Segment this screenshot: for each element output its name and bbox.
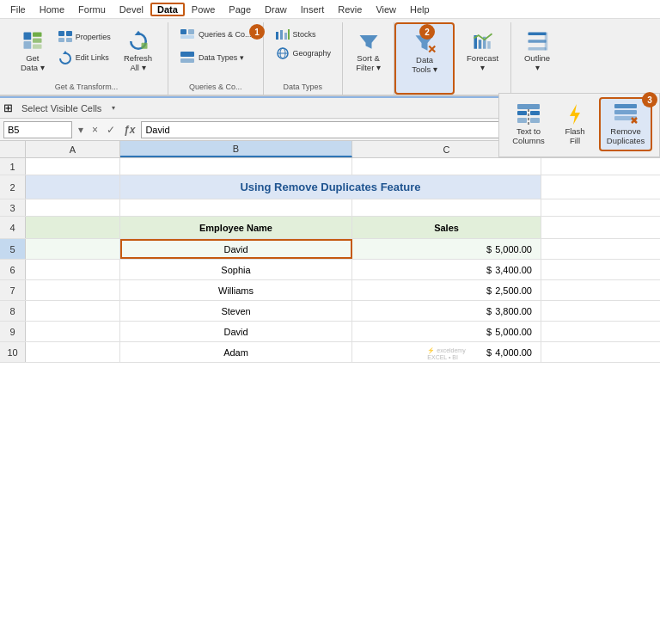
- outline-button[interactable]: Outline▾: [519, 26, 555, 77]
- forecast-button[interactable]: Forecast▾: [461, 26, 504, 77]
- sales-10: 4,000.00: [495, 347, 532, 358]
- cell-a8[interactable]: [26, 301, 120, 321]
- cell-b8-name[interactable]: Steven: [120, 301, 352, 321]
- cell-a10[interactable]: [26, 342, 120, 362]
- row-num-6: 6: [0, 260, 26, 279]
- menu-draw[interactable]: Draw: [258, 3, 294, 16]
- svg-rect-8: [66, 38, 72, 42]
- menu-formula[interactable]: Formu: [71, 3, 113, 16]
- cell-c9-sales[interactable]: $ 5,000.00: [352, 322, 541, 341]
- sales-8: 3,800.00: [495, 306, 532, 316]
- badge-2: 2: [419, 24, 435, 40]
- col-header-b[interactable]: B: [120, 141, 352, 157]
- menu-developer[interactable]: Devel: [113, 3, 150, 16]
- svg-rect-37: [517, 118, 527, 123]
- flash-fill-button[interactable]: FlashFill: [556, 99, 594, 150]
- badge-1: 1: [249, 24, 265, 40]
- cell-b7-name[interactable]: Williams: [120, 280, 352, 300]
- menu-page[interactable]: Page: [222, 3, 258, 16]
- get-data-button[interactable]: GetData ▾: [15, 26, 50, 77]
- svg-rect-20: [288, 29, 290, 40]
- cell-c7-sales[interactable]: $ 2,500.00: [352, 280, 541, 300]
- geography-icon: [275, 47, 290, 59]
- ribbon-group-data-types: Stocks Geography Data Types: [264, 22, 344, 95]
- cell-ref-dropdown[interactable]: ▾: [76, 124, 86, 136]
- formula-function-icon[interactable]: ƒx: [121, 124, 138, 136]
- col-header-a[interactable]: A: [26, 141, 120, 157]
- ribbon-group-forecast: Forecast▾: [455, 22, 511, 95]
- select-visible-cells-label[interactable]: Select Visible Cells: [18, 101, 105, 115]
- svg-rect-12: [180, 29, 186, 34]
- cell-b1[interactable]: [120, 158, 352, 175]
- cell-a5[interactable]: [26, 239, 120, 259]
- stocks-button[interactable]: Stocks: [271, 26, 321, 43]
- refresh-all-button[interactable]: RefreshAll ▾: [119, 26, 157, 77]
- cell-b9-name[interactable]: David: [120, 322, 352, 341]
- cell-b5-name[interactable]: David: [120, 239, 352, 259]
- data-types-btn[interactable]: Data Types ▾: [175, 48, 256, 67]
- formula-cancel-icon[interactable]: ×: [89, 124, 101, 136]
- cell-reference-box[interactable]: B5: [3, 121, 72, 138]
- cell-c1[interactable]: [352, 158, 541, 175]
- dollar-8: $: [486, 306, 492, 316]
- menu-data[interactable]: Data: [150, 3, 185, 16]
- menu-insert[interactable]: Insert: [294, 3, 332, 16]
- cell-c5-sales[interactable]: $ 5,000.00: [352, 239, 541, 259]
- queries-workbook-icon: [180, 28, 195, 40]
- table-row: 9 David $ 5,000.00: [0, 322, 660, 342]
- menu-power[interactable]: Powe: [185, 3, 223, 16]
- watermark: ⚡ exceldemyEXCEL • BI: [427, 347, 465, 360]
- svg-rect-36: [530, 111, 540, 115]
- sort-filter-button[interactable]: Sort &Filter ▾: [351, 26, 387, 77]
- cell-c3[interactable]: [352, 199, 541, 216]
- cell-b3[interactable]: [120, 199, 352, 216]
- cell-b6-name[interactable]: Sophia: [120, 260, 352, 279]
- data-types-group-label: Data Types: [284, 79, 322, 91]
- stocks-icon: [275, 28, 290, 40]
- cell-b10-name[interactable]: Adam: [120, 342, 352, 362]
- cell-a2[interactable]: [26, 175, 120, 199]
- svg-rect-7: [66, 31, 72, 36]
- formula-confirm-icon[interactable]: ✓: [104, 124, 118, 136]
- cell-a4[interactable]: [26, 217, 120, 238]
- menu-home[interactable]: Home: [33, 3, 71, 16]
- text-to-columns-label: Text toColumns: [512, 126, 545, 146]
- svg-rect-35: [517, 111, 527, 115]
- svg-rect-18: [280, 30, 283, 40]
- cell-a6[interactable]: [26, 260, 120, 279]
- svg-rect-13: [188, 29, 194, 34]
- dollar-5: $: [486, 244, 492, 255]
- table-row: 1: [0, 158, 660, 175]
- cell-c4-header[interactable]: Sales: [352, 217, 541, 238]
- text-to-columns-icon: [516, 102, 541, 126]
- cell-c8-sales[interactable]: $ 3,800.00: [352, 301, 541, 321]
- menu-view[interactable]: View: [369, 3, 403, 16]
- remove-duplicates-button[interactable]: RemoveDuplicates: [601, 99, 651, 150]
- svg-rect-11: [141, 43, 147, 49]
- cell-c6-sales[interactable]: $ 3,400.00: [352, 260, 541, 279]
- data-tools-label: DataTools ▾: [412, 55, 437, 75]
- geography-button[interactable]: Geography: [271, 45, 336, 62]
- menu-help[interactable]: Help: [403, 3, 437, 16]
- cell-a7[interactable]: [26, 280, 120, 300]
- cell-a9[interactable]: [26, 322, 120, 341]
- cell-b4-header[interactable]: Employee Name: [120, 217, 352, 238]
- row-num-10: 10: [0, 342, 26, 362]
- queries-properties-button[interactable]: Properties: [53, 28, 115, 46]
- dollar-7: $: [486, 285, 492, 296]
- menu-review[interactable]: Revie: [331, 3, 369, 16]
- cell-a3[interactable]: [26, 199, 120, 216]
- table-row: 6 Sophia $ 3,400.00: [0, 260, 660, 280]
- sort-filter-icon: [357, 29, 381, 53]
- cell-a1[interactable]: [26, 158, 120, 175]
- ribbon-group-sort-filter: Sort &Filter ▾: [343, 22, 394, 95]
- cell-c10-sales[interactable]: $ ⚡ exceldemyEXCEL • BI 4,000.00: [352, 342, 541, 362]
- menu-file[interactable]: File: [3, 3, 33, 16]
- data-tools-dropdown: Text toColumns FlashFill 3: [498, 93, 660, 157]
- edit-links-button[interactable]: Edit Links: [53, 48, 115, 67]
- queries-workbook-button[interactable]: Queries & Co...: [175, 26, 256, 43]
- text-to-columns-button[interactable]: Text toColumns: [506, 99, 551, 150]
- cell-b2-title[interactable]: Using Remove Duplicates Feature: [120, 175, 541, 199]
- quick-bar-arrow[interactable]: ▾: [108, 102, 119, 113]
- svg-rect-14: [180, 35, 194, 39]
